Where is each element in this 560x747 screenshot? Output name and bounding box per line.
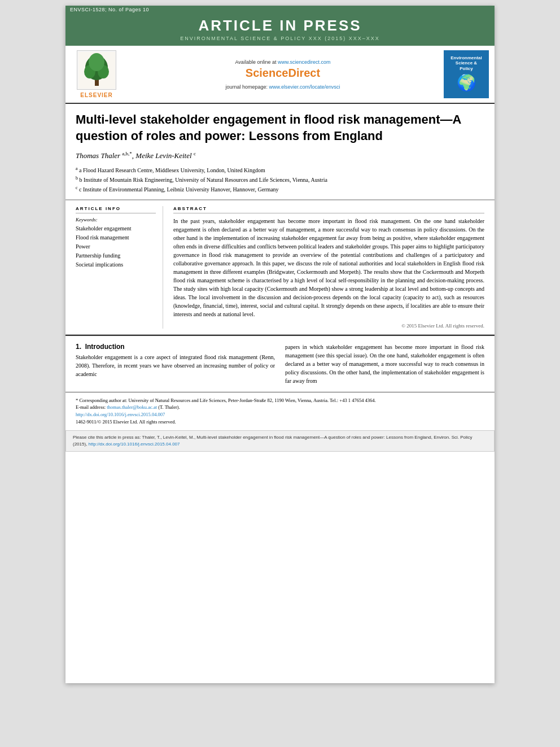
cite-text: Please cite this article in press as: Th… (73, 434, 487, 448)
keyword-0: Stakeholder engagement (76, 224, 156, 233)
section-number: 1. Introduction (76, 343, 275, 351)
page: ENVSCI-1528; No. of Pages 10 ARTICLE IN … (65, 6, 495, 683)
footnote-area: * Corresponding author at: University of… (65, 392, 495, 430)
cite-doi-link[interactable]: http://dx.doi.org/10.1016/j.envsci.2015.… (89, 442, 180, 447)
elsevier-logo: ELSEVIER (71, 50, 122, 98)
available-online-text: Available online at www.sciencedirect.co… (235, 59, 331, 65)
article-info-heading: ARTICLE INFO (76, 206, 156, 213)
top-bar: ENVSCI-1528; No. of Pages 10 (65, 6, 495, 14)
article-in-press-banner: ARTICLE IN PRESS ENVIRONMENTAL SCIENCE &… (65, 14, 495, 46)
affiliations: a a Flood Hazard Research Centre, Middle… (76, 165, 484, 194)
article-title: Multi-level stakeholder engagement in fl… (76, 112, 484, 144)
affiliation-c: c c Institute of Environmental Planning,… (76, 185, 484, 194)
footnote-corresponding: * Corresponding author at: University of… (76, 397, 484, 404)
abstract-heading: ABSTRACT (173, 206, 484, 213)
journal-homepage-text: journal homepage: www.elsevier.com/locat… (225, 84, 340, 90)
authors: Thomas Thaler a,b,*, Meike Levin-Keitel … (76, 151, 484, 160)
aip-title: ARTICLE IN PRESS (65, 17, 495, 34)
abstract-text: In the past years, stakeholder engagemen… (173, 217, 484, 318)
globe-icon: 🌍 (457, 73, 476, 92)
affiliation-b: b b Institute of Mountain Risk Engineeri… (76, 175, 484, 184)
footnote-doi-link[interactable]: http://dx.doi.org/10.1016/j.envsci.2015.… (76, 412, 165, 417)
available-online-label: Available online at (235, 59, 277, 65)
main-title-section: Multi-level stakeholder engagement in fl… (65, 104, 495, 200)
keyword-4: Societal implications (76, 260, 156, 269)
journal-homepage-label: journal homepage: (225, 84, 268, 90)
svg-point-5 (89, 53, 104, 71)
body-left: 1. Introduction Stakeholder engagement i… (76, 343, 275, 385)
keywords-label: Keywords: (76, 217, 156, 222)
copyright-line: © 2015 Elsevier Ltd. All rights reserved… (173, 323, 484, 329)
article-info-abstract: ARTICLE INFO Keywords: Stakeholder engag… (65, 200, 495, 335)
journal-homepage-link[interactable]: www.elsevier.com/locate/envsci (269, 84, 340, 90)
journal-name: ENVIRONMENTAL SCIENCE & POLICY XXX (2015… (65, 36, 495, 41)
keyword-3: Partnership funding (76, 251, 156, 260)
doc-id: ENVSCI-1528; No. of Pages 10 (70, 7, 149, 12)
intro-body-left: Stakeholder engagement is a core aspect … (76, 353, 275, 378)
elsevier-label: ELSEVIER (80, 92, 112, 98)
body-right: papers in which stakeholder engagement h… (285, 343, 484, 385)
body-section: 1. Introduction Stakeholder engagement i… (65, 336, 495, 392)
abstract-col: ABSTRACT In the past years, stakeholder … (173, 206, 484, 329)
article-info-col: ARTICLE INFO Keywords: Stakeholder engag… (76, 206, 163, 329)
keyword-2: Power (76, 242, 156, 251)
intro-body-right: papers in which stakeholder engagement h… (285, 343, 484, 385)
footnote-email: E-mail address: thomas.thaler@boku.ac.at… (76, 404, 484, 411)
elsevier-tree-image (77, 50, 116, 90)
header-section: ELSEVIER Available online at www.science… (65, 46, 495, 104)
footnote-issn: 1462-9011/© 2015 Elsevier Ltd. All right… (76, 418, 484, 426)
affiliation-a: a a Flood Hazard Research Centre, Middle… (76, 165, 484, 174)
header-middle: Available online at www.sciencedirect.co… (128, 50, 438, 98)
sciencedirect-logo: ScienceDirect (246, 67, 320, 80)
footnote-email-link[interactable]: thomas.thaler@boku.ac.at (107, 404, 157, 410)
footnote-doi: http://dx.doi.org/10.1016/j.envsci.2015.… (76, 411, 484, 418)
env-logo: EnvironmentalScience &Policy 🌍 (444, 50, 489, 98)
keywords-list: Stakeholder engagement Flood risk manage… (76, 224, 156, 269)
bottom-cite-bar: Please cite this article in press as: Th… (65, 430, 495, 452)
keyword-1: Flood risk management (76, 233, 156, 242)
available-online-link[interactable]: www.sciencedirect.com (278, 59, 331, 65)
